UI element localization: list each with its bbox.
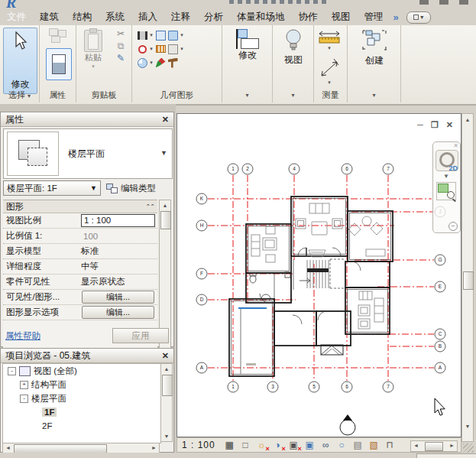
expand-icon[interactable]: + xyxy=(20,381,28,389)
tree-item[interactable]: -视图 (全部) xyxy=(3,364,160,378)
scroll-down-icon[interactable]: ▼ xyxy=(462,421,473,431)
panel-properties-label[interactable]: 属性 xyxy=(40,89,76,102)
property-value[interactable]: 编辑... xyxy=(82,291,154,304)
reveal-constraints-icon[interactable]: ⊓ xyxy=(384,440,397,451)
edit-type-button[interactable]: 编辑类型 xyxy=(106,180,156,196)
bath-fixtures[interactable] xyxy=(250,272,290,299)
property-value[interactable]: 1 : 100 xyxy=(81,214,155,227)
property-value[interactable]: 中等 xyxy=(79,261,157,272)
tree-item[interactable]: +结构平面 xyxy=(3,378,160,391)
scroll-up-icon[interactable]: ▲ xyxy=(462,115,473,125)
walls[interactable] xyxy=(229,197,393,376)
canvas-hscrollbar[interactable]: ◄ ► xyxy=(410,440,458,452)
panel-view-caret[interactable]: ▾ xyxy=(273,89,313,102)
status-filter-box[interactable] xyxy=(416,453,476,458)
crop-view-icon[interactable]: ▣× xyxy=(287,440,300,451)
view-panel-button[interactable]: 视图 xyxy=(273,28,314,67)
view-minimize-icon[interactable]: ─ xyxy=(417,120,423,130)
ribbon-tab[interactable]: 注释 xyxy=(164,9,197,25)
property-value[interactable]: 显示原状态 xyxy=(79,276,157,287)
temporary-view-properties-icon[interactable]: ▧ xyxy=(368,440,380,451)
demolish-hammer-icon[interactable] xyxy=(168,58,178,68)
paste-button[interactable]: 粘贴 ▾ xyxy=(84,30,102,70)
scroll-up-icon[interactable]: ▲ xyxy=(160,200,170,210)
cut-icon[interactable]: ✂ xyxy=(117,29,125,39)
scroll-right-icon[interactable]: ► xyxy=(149,443,159,453)
drawing-view-window[interactable]: 1124667735KJHGFEDCBAA xyxy=(176,113,461,437)
tab-overflow-icon[interactable]: » xyxy=(390,11,402,23)
wall-joins-icon[interactable] xyxy=(156,45,166,53)
visual-style-icon[interactable]: □ xyxy=(239,440,252,451)
cut-geometry-icon[interactable] xyxy=(156,31,166,41)
stairs[interactable] xyxy=(300,259,345,290)
scroll-left-icon[interactable]: ◄ xyxy=(411,441,421,450)
tree-item-label[interactable]: 楼层平面 xyxy=(31,393,66,404)
browser-header[interactable]: 项目浏览器 - 05.建筑 ✕ xyxy=(1,349,173,363)
resize-grip[interactable] xyxy=(463,443,474,453)
properties-close-icon[interactable]: ✕ xyxy=(162,115,169,125)
panel-measure-label[interactable]: 测量 xyxy=(314,89,347,102)
worksharing-display-icon[interactable]: ▤ xyxy=(351,440,364,451)
scroll-up-icon[interactable]: ▲ xyxy=(161,364,172,374)
collapse-icon[interactable]: - xyxy=(8,367,16,375)
view-restore-icon[interactable]: ❐ xyxy=(431,120,439,130)
properties-header[interactable]: 属性 ✕ xyxy=(1,112,173,127)
ribbon-state-toggle[interactable]: ▾ xyxy=(406,11,431,24)
scroll-right-icon[interactable]: ► xyxy=(447,441,457,450)
type-selector[interactable]: 楼层平面 ▼ xyxy=(3,128,173,179)
sun-path-icon[interactable]: ☼× xyxy=(255,440,268,451)
collapse-icon[interactable]: - xyxy=(20,395,28,403)
property-value[interactable]: 标准 xyxy=(79,245,157,257)
tree-item[interactable]: 1F xyxy=(3,405,160,419)
join-geometry-icon[interactable] xyxy=(168,31,178,41)
property-value[interactable]: 编辑... xyxy=(82,306,154,319)
create-panel-button[interactable]: 创建 xyxy=(348,29,401,67)
tree-item-label[interactable]: 1F xyxy=(42,408,57,417)
navbar-close-icon[interactable]: ✕ xyxy=(453,142,458,149)
ribbon-tab[interactable]: 系统 xyxy=(99,9,131,25)
furniture[interactable] xyxy=(251,203,385,329)
canvas-vscrollbar[interactable]: ▲ ▼ xyxy=(461,113,474,442)
show-crop-region-icon[interactable]: ▣ xyxy=(303,440,316,451)
measure-angle-button[interactable]: ▾ xyxy=(316,59,343,86)
split-element-icon[interactable] xyxy=(156,58,166,68)
type-selector-caret-icon[interactable]: ▼ xyxy=(160,149,167,157)
measure-linear-button[interactable]: ▾ xyxy=(316,29,343,51)
ribbon-tab[interactable]: 文件 xyxy=(0,9,33,25)
ribbon-tab[interactable]: 结构 xyxy=(66,9,99,25)
floor-plan-canvas[interactable]: 1124667735KJHGFEDCBAA xyxy=(177,114,461,437)
ribbon-tab[interactable]: 视图 xyxy=(325,9,358,25)
graphics-section-header[interactable]: 图形⌃⌃ xyxy=(3,200,157,213)
demolish-circle-icon[interactable] xyxy=(138,45,147,54)
browser-close-icon[interactable]: ✕ xyxy=(162,351,169,361)
scroll-left-icon[interactable]: ◄ xyxy=(3,443,13,453)
section-marker[interactable] xyxy=(340,414,355,435)
view-scale-button[interactable]: 1 : 100 xyxy=(182,440,215,450)
ribbon-tab[interactable]: 体量和场地 xyxy=(230,9,292,25)
temporary-hide-isolate-icon[interactable]: ∞ xyxy=(319,440,332,451)
zoom-region-button[interactable] xyxy=(436,182,456,200)
reveal-hidden-elements-icon[interactable]: ○ xyxy=(335,440,348,451)
ribbon-tab[interactable]: 插入 xyxy=(131,9,164,25)
ribbon-tab[interactable]: 管理 xyxy=(358,9,390,25)
unjoin-icon[interactable] xyxy=(168,44,178,54)
window-buttons[interactable] xyxy=(419,0,473,5)
paint-icon[interactable] xyxy=(138,58,147,68)
modify-button[interactable]: 修改 xyxy=(3,28,37,94)
apply-button[interactable]: 应用 xyxy=(112,328,169,343)
grid-lines[interactable]: 1124667735KJHGFEDCBAA xyxy=(196,164,445,392)
panel-geometry-label[interactable]: 几何图形 xyxy=(132,89,222,102)
instance-selector-dropdown[interactable]: 楼层平面: 1F ▼ xyxy=(3,180,101,196)
user-interface-icon[interactable] xyxy=(49,28,67,44)
wheel-dropdown-icon[interactable]: ▼ xyxy=(443,173,449,180)
panel-select-label[interactable]: 选择 ▾ xyxy=(0,89,39,102)
browser-vscrollbar[interactable]: ▲ ▼ xyxy=(160,363,173,442)
panel-clipboard-label[interactable]: 剪贴板 xyxy=(76,89,131,102)
browser-hscrollbar[interactable]: ◄ ► xyxy=(2,443,160,453)
revit-logo-icon[interactable]: R xyxy=(6,0,23,9)
beam-join-icon[interactable] xyxy=(138,31,147,40)
detail-level-icon[interactable]: ▦ xyxy=(223,440,236,451)
copy-icon[interactable]: ⧉ xyxy=(118,41,125,51)
ribbon-tab[interactable]: 协作 xyxy=(292,9,325,25)
panel-modify-caret[interactable]: ▾ xyxy=(222,89,272,102)
